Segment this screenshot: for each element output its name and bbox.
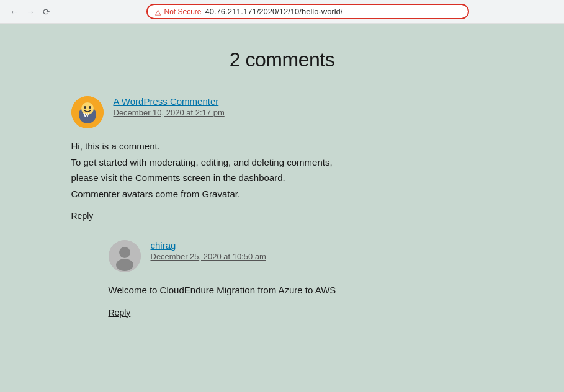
reply-link[interactable]: Reply <box>71 211 94 221</box>
gravatar-link[interactable]: Gravatar <box>202 189 238 199</box>
svg-point-8 <box>116 259 133 271</box>
comment-meta: chirag December 25, 2020 at 10:50 am <box>151 240 266 261</box>
comment-body: Welcome to CloudEndure Migration from Az… <box>109 282 493 298</box>
back-button[interactable]: ← <box>7 5 21 19</box>
browser-chrome: ← → ⟳ △ Not Secure 40.76.211.171/2020/12… <box>0 0 564 24</box>
comment-author-name[interactable]: chirag <box>151 240 266 251</box>
svg-point-7 <box>119 247 130 258</box>
not-secure-icon: △ <box>155 7 161 16</box>
address-bar[interactable]: △ Not Secure 40.76.211.171/2020/12/10/he… <box>146 4 469 19</box>
comment-item: chirag December 25, 2020 at 10:50 am Wel… <box>109 240 493 318</box>
forward-button[interactable]: → <box>24 5 37 19</box>
avatar: W <box>71 96 104 128</box>
comment-header: chirag December 25, 2020 at 10:50 am <box>109 240 493 272</box>
page-content: 2 comments <box>0 24 564 392</box>
not-secure-label: Not Secure <box>164 7 202 16</box>
comment-date[interactable]: December 10, 2020 at 2:17 pm <box>114 108 225 117</box>
comment-header: W A WordPress Commenter December 10, 202… <box>71 96 493 128</box>
comment-date[interactable]: December 25, 2020 at 10:50 am <box>151 252 266 261</box>
svg-point-4 <box>89 106 91 109</box>
comment-meta: A WordPress Commenter December 10, 2020 … <box>114 96 225 117</box>
comments-title: 2 comments <box>71 48 493 71</box>
comment-body: Hi, this is a comment. To get started wi… <box>71 138 493 202</box>
svg-text:W: W <box>83 112 89 118</box>
comment-author-name[interactable]: A WordPress Commenter <box>114 96 225 107</box>
comment-item: W A WordPress Commenter December 10, 202… <box>71 96 493 221</box>
svg-point-3 <box>84 106 86 109</box>
reply-link[interactable]: Reply <box>109 308 131 318</box>
avatar <box>109 240 141 272</box>
reload-button[interactable]: ⟳ <box>40 5 53 19</box>
nav-buttons: ← → ⟳ <box>7 5 53 19</box>
comments-section: 2 comments <box>71 48 493 318</box>
url-text: 40.76.211.171/2020/12/10/hello-world/ <box>205 7 343 16</box>
